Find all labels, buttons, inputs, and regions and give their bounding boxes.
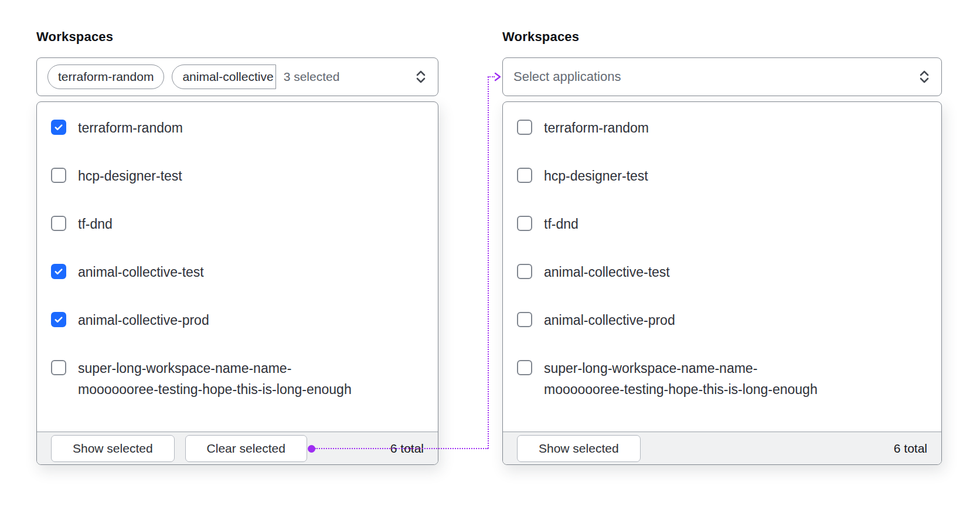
option-row[interactable]: hcp-designer-test [517,165,927,186]
option-label: animal-collective-test [78,262,204,283]
clear-selected-button[interactable]: Clear selected [185,435,307,462]
options-listbox: terraform-randomhcp-designer-testtf-dnda… [503,102,941,432]
checkbox-unchecked[interactable] [51,168,66,183]
listbox-footer: Show selected 6 total [503,432,941,464]
workspaces-label: Workspaces [36,29,438,45]
option-label: hcp-designer-test [78,165,182,186]
option-label: tf-dnd [78,213,113,235]
total-count: 6 total [390,442,424,456]
option-label: animal-collective-prod [78,310,209,331]
option-row[interactable]: super-long-workspace-name-name- moooooor… [51,358,424,400]
checkbox-unchecked[interactable] [517,264,532,279]
options-panel: terraform-randomhcp-designer-testtf-dnda… [36,101,438,465]
option-label: terraform-random [544,117,649,138]
checkbox-unchecked[interactable] [517,120,532,135]
options-listbox: terraform-randomhcp-designer-testtf-dnda… [37,102,438,432]
checkbox-unchecked[interactable] [517,168,532,183]
checkbox-unchecked[interactable] [51,216,66,231]
listbox-footer: Show selected Clear selected 6 total [37,432,438,464]
option-row[interactable]: hcp-designer-test [51,165,424,186]
checkbox-checked[interactable] [51,312,66,327]
chevron-up-down-icon [414,69,427,85]
show-selected-button[interactable]: Show selected [51,435,175,462]
option-label: super-long-workspace-name-name- moooooor… [544,358,818,400]
option-row[interactable]: animal-collective-test [51,262,424,283]
option-row[interactable]: super-long-workspace-name-name- moooooor… [517,358,927,400]
option-row[interactable]: animal-collective-test [517,262,927,283]
multiselect-trigger[interactable]: Select applications [502,57,942,96]
checkbox-checked[interactable] [51,120,66,135]
selected-count: 3 selected [284,70,340,84]
option-label: tf-dnd [544,213,579,235]
option-row[interactable]: animal-collective-prod [517,310,927,331]
option-row[interactable]: terraform-random [517,117,927,138]
connector-arrowhead-icon [494,72,501,81]
chevron-up-down-icon [918,69,931,85]
option-row[interactable]: tf-dnd [51,213,424,235]
show-selected-button[interactable]: Show selected [517,435,641,462]
option-label: super-long-workspace-name-name- moooooor… [78,358,352,400]
checkbox-unchecked[interactable] [517,216,532,231]
selected-tag-clipped[interactable]: animal-collective [172,64,275,89]
checkbox-checked[interactable] [51,264,66,279]
option-label: terraform-random [78,117,183,138]
trigger-placeholder: Select applications [513,69,621,84]
options-panel: terraform-randomhcp-designer-testtf-dnda… [502,101,942,465]
option-label: animal-collective-prod [544,310,675,331]
option-row[interactable]: tf-dnd [517,213,927,235]
workspaces-multiselect-left: Workspaces terraform-random animal-colle… [36,29,438,465]
option-label: animal-collective-test [544,262,670,283]
connector-line-top [488,76,495,77]
option-row[interactable]: terraform-random [51,117,424,138]
option-label: hcp-designer-test [544,165,648,186]
checkbox-unchecked[interactable] [517,360,532,375]
connector-line-vertical [488,77,489,449]
option-row[interactable]: animal-collective-prod [51,310,424,331]
selected-tag[interactable]: terraform-random [47,64,164,89]
checkbox-unchecked[interactable] [517,312,532,327]
checkbox-unchecked[interactable] [51,360,66,375]
workspaces-label: Workspaces [502,29,942,45]
workspaces-multiselect-right: Workspaces Select applications terraform… [502,29,942,465]
multiselect-trigger[interactable]: terraform-random animal-collective 3 sel… [36,57,438,96]
total-count: 6 total [894,442,927,456]
